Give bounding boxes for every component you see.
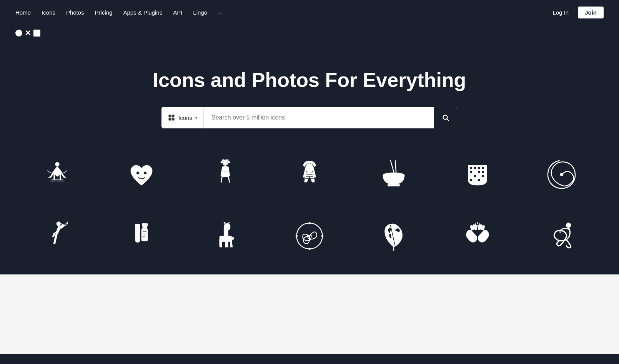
nav-home[interactable]: Home	[15, 9, 31, 16]
nav-more[interactable]: ···	[218, 9, 223, 16]
svg-rect-31	[482, 171, 484, 173]
nav-icons[interactable]: Icons	[42, 9, 55, 16]
category-icon	[168, 114, 175, 121]
icon-ai-head[interactable]	[454, 151, 501, 198]
navbar: Home Icons Photos Pricing Apps & Plugins…	[0, 0, 619, 25]
svg-rect-46	[143, 234, 146, 235]
svg-point-40	[135, 239, 140, 243]
svg-line-57	[475, 223, 476, 225]
svg-line-22	[395, 161, 396, 174]
svg-rect-44	[143, 231, 146, 232]
svg-rect-26	[474, 167, 476, 169]
svg-point-50	[321, 235, 323, 237]
category-label: Icons	[178, 115, 192, 121]
nav-lingo[interactable]: Lingo	[193, 9, 207, 16]
svg-rect-1	[172, 115, 175, 118]
nav-api[interactable]: API	[173, 9, 182, 16]
svg-line-56	[479, 223, 480, 225]
nav-photos[interactable]: Photos	[66, 9, 84, 16]
icons-row-2	[15, 213, 604, 259]
logo-circle-icon	[15, 30, 22, 37]
icon-ramen-bowl[interactable]	[371, 151, 417, 198]
icon-meditation[interactable]	[34, 151, 80, 198]
svg-point-8	[143, 171, 146, 175]
logo-square-icon	[33, 30, 40, 37]
svg-point-52	[296, 235, 298, 237]
svg-rect-32	[474, 175, 476, 177]
svg-point-49	[309, 222, 311, 224]
svg-rect-3	[172, 118, 175, 121]
icon-clapping-hands[interactable]	[454, 213, 501, 259]
svg-rect-25	[470, 167, 472, 169]
svg-point-36	[560, 173, 563, 176]
icon-heart-face[interactable]	[118, 151, 165, 198]
svg-rect-34	[470, 179, 472, 181]
bottom-section	[0, 274, 619, 354]
nav-pricing[interactable]: Pricing	[95, 9, 113, 16]
search-bar: Icons ▾	[161, 107, 458, 128]
hero-section: Icons and Photos For Everything Icons ▾	[0, 38, 619, 128]
svg-rect-2	[169, 118, 171, 121]
search-input[interactable]	[204, 107, 434, 128]
svg-rect-30	[478, 171, 480, 173]
svg-rect-5	[52, 179, 63, 180]
search-icon	[441, 113, 450, 122]
nav-auth: Log In Join	[548, 7, 604, 18]
svg-point-14	[228, 161, 230, 164]
svg-rect-29	[470, 171, 472, 173]
icon-contortionist[interactable]	[539, 213, 585, 259]
login-button[interactable]: Log In	[548, 7, 573, 18]
svg-rect-27	[478, 167, 480, 169]
svg-point-51	[309, 248, 311, 250]
svg-rect-42	[143, 226, 147, 229]
join-button[interactable]: Join	[578, 7, 604, 18]
icons-row-1	[15, 151, 604, 198]
svg-rect-41	[142, 223, 148, 226]
icon-adinkra-symbol[interactable]	[286, 213, 333, 259]
svg-point-13	[221, 161, 223, 164]
svg-rect-0	[169, 115, 171, 118]
svg-rect-6	[50, 181, 65, 181]
svg-point-58	[566, 223, 571, 228]
svg-rect-39	[135, 224, 140, 226]
chevron-down-icon: ▾	[195, 116, 197, 120]
svg-rect-35	[478, 179, 480, 181]
svg-line-21	[391, 161, 394, 174]
svg-rect-33	[482, 175, 484, 177]
icon-tropical-leaf[interactable]	[371, 213, 417, 259]
logo[interactable]: ✕	[0, 25, 619, 38]
svg-rect-24	[388, 184, 400, 186]
icon-llama[interactable]	[202, 213, 248, 259]
svg-point-4	[55, 162, 60, 166]
logo-x-icon: ✕	[25, 28, 31, 38]
svg-rect-45	[143, 233, 145, 233]
icon-tribal-woman[interactable]	[286, 151, 333, 198]
nav-apps-plugins[interactable]: Apps & Plugins	[123, 9, 162, 16]
icons-section	[0, 151, 619, 259]
icon-dancer[interactable]	[34, 213, 80, 259]
svg-rect-47	[143, 236, 145, 237]
svg-rect-28	[482, 167, 484, 169]
svg-rect-38	[135, 225, 140, 240]
nav-links: Home Icons Photos Pricing Apps & Plugins…	[15, 9, 223, 16]
svg-point-23	[383, 173, 404, 178]
icon-spiral-shell[interactable]	[539, 151, 585, 198]
icon-test-tubes[interactable]	[118, 213, 165, 259]
svg-point-7	[136, 171, 139, 175]
search-button[interactable]	[434, 107, 458, 128]
icon-flower-woman[interactable]	[202, 151, 248, 198]
svg-point-15	[223, 160, 228, 165]
hero-title: Icons and Photos For Everything	[153, 68, 466, 91]
svg-point-17	[306, 163, 313, 173]
category-dropdown[interactable]: Icons ▾	[161, 107, 204, 128]
